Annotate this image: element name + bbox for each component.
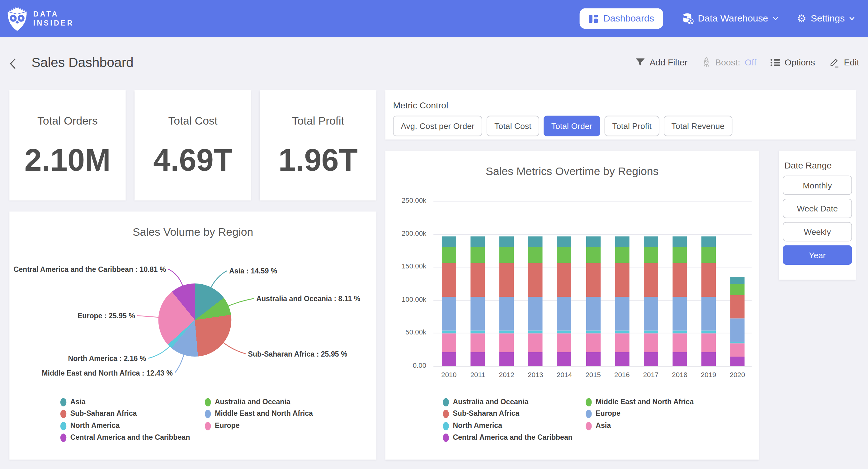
brand-logo[interactable]: DATA INSIDER <box>0 6 74 31</box>
kpi-value: 2.10M <box>25 142 111 178</box>
date-option-monthly[interactable]: Monthly <box>783 176 852 195</box>
legend-dot <box>60 434 67 442</box>
bar-segment-2020 <box>730 284 744 295</box>
pie-leader-line <box>168 269 183 287</box>
bar-segment-2017 <box>644 333 658 352</box>
date-option-year[interactable]: Year <box>783 245 852 265</box>
legend-item-north-america[interactable]: North America <box>70 421 120 430</box>
bar-segment-2010 <box>442 330 456 333</box>
back-button[interactable] <box>9 58 17 70</box>
gridline <box>433 234 751 235</box>
legend-item-asia[interactable]: Asia <box>70 398 86 406</box>
bar-segment-2013 <box>528 237 542 247</box>
bar-segment-2018 <box>673 330 687 333</box>
bar-segment-2019 <box>702 237 716 247</box>
bar-segment-2016 <box>615 263 629 297</box>
date-range-panel: Date Range MonthlyWeek DateWeeklyYear <box>779 151 856 280</box>
pie-leader-line <box>210 271 227 289</box>
bar-segment-2020 <box>730 344 744 357</box>
x-axis-tick: 2012 <box>492 371 521 379</box>
bar-segment-2014 <box>557 333 571 352</box>
bar-segment-2017 <box>644 297 658 330</box>
bar-segment-2017 <box>644 352 658 366</box>
x-axis-tick: 2011 <box>463 371 492 379</box>
x-axis-tick: 2015 <box>579 371 608 379</box>
bar-segment-2013 <box>528 263 542 297</box>
boost-toggle[interactable]: Boost: Off <box>702 57 756 68</box>
add-filter-button[interactable]: Add Filter <box>636 58 687 67</box>
nav-dashboards-label: Dashboards <box>603 13 654 24</box>
y-axis-tick: 100.00k <box>393 296 426 303</box>
legend-item-central-america-and-the-caribbean[interactable]: Central America and the Caribbean <box>70 433 190 442</box>
bar-segment-2011 <box>471 297 485 330</box>
bar-segment-2015 <box>586 333 600 352</box>
edit-pencil-icon <box>829 58 839 67</box>
x-axis-tick: 2014 <box>550 371 579 379</box>
bar-segment-2015 <box>586 352 600 366</box>
date-option-week-date[interactable]: Week Date <box>783 199 852 218</box>
bar-segment-2010 <box>442 247 456 263</box>
bar-segment-2019 <box>702 247 716 263</box>
legend-item-europe[interactable]: Europe <box>215 421 240 430</box>
bar-segment-2013 <box>528 247 542 263</box>
x-axis-tick: 2017 <box>637 371 665 379</box>
kpi-card-total-orders: Total Orders 2.10M <box>9 90 125 201</box>
pie-leader-line <box>222 342 246 354</box>
legend-item-europe[interactable]: Europe <box>596 410 620 418</box>
legend-item-sub-saharan-africa[interactable]: Sub-Saharan Africa <box>70 410 137 418</box>
metric-option-total-cost[interactable]: Total Cost <box>487 116 539 137</box>
pie-leader-line <box>149 345 171 358</box>
nav-data-warehouse[interactable]: Data Warehouse <box>682 13 778 24</box>
brand-name: DATA INSIDER <box>33 10 74 27</box>
nav-settings[interactable]: ⚙ Settings <box>797 13 855 24</box>
bar-segment-2015 <box>586 237 600 247</box>
legend-dot <box>443 422 449 430</box>
x-axis-tick: 2016 <box>608 371 637 379</box>
legend-dot <box>586 398 592 406</box>
bar-segment-2019 <box>702 263 716 297</box>
pie-slice-label: Sub-Saharan Africa : 25.95 % <box>248 350 347 358</box>
bar-segment-2015 <box>586 247 600 263</box>
x-axis-tick: 2010 <box>435 371 463 379</box>
x-axis-tick: 2018 <box>665 371 694 379</box>
metric-option-total-order[interactable]: Total Order <box>544 116 600 137</box>
x-axis-tick: 2013 <box>521 371 550 379</box>
nav-data-warehouse-label: Data Warehouse <box>698 13 768 24</box>
owl-logo-icon <box>6 6 28 31</box>
bar-segment-2018 <box>673 237 687 247</box>
legend-dot <box>60 398 67 406</box>
add-filter-label: Add Filter <box>649 58 687 67</box>
legend-item-australia-and-oceania[interactable]: Australia and Oceania <box>215 398 290 406</box>
legend-dot <box>60 422 67 430</box>
bar-segment-2010 <box>442 237 456 247</box>
nav-dashboards[interactable]: Dashboards <box>579 8 663 29</box>
legend-item-sub-saharan-africa[interactable]: Sub-Saharan Africa <box>453 410 519 418</box>
options-list-icon <box>771 59 780 66</box>
bar-segment-2010 <box>442 297 456 330</box>
bar-segment-2011 <box>471 352 485 366</box>
options-button[interactable]: Options <box>771 58 815 67</box>
edit-button[interactable]: Edit <box>829 58 859 67</box>
pie-chart <box>158 284 231 357</box>
legend-dot <box>586 422 592 430</box>
bar-segment-2019 <box>702 352 716 366</box>
kpi-card-total-profit: Total Profit 1.96T <box>260 90 376 201</box>
bar-segment-2019 <box>702 330 716 333</box>
metric-option-avg-cost-per-order[interactable]: Avg. Cost per Order <box>393 116 482 137</box>
legend-item-asia[interactable]: Asia <box>596 421 611 430</box>
kpi-card-total-cost: Total Cost 4.69T <box>134 90 251 201</box>
legend-item-australia-and-oceania[interactable]: Australia and Oceania <box>453 398 528 406</box>
metric-option-total-profit[interactable]: Total Profit <box>604 116 659 137</box>
pie-slice-label: North America : 2.16 % <box>68 354 146 363</box>
date-option-weekly[interactable]: Weekly <box>783 222 852 241</box>
legend-item-middle-east-and-north-africa[interactable]: Middle East and North Africa <box>596 398 694 406</box>
y-axis-tick: 150.00k <box>393 263 426 270</box>
bar-segment-2020 <box>730 356 744 366</box>
metric-option-total-revenue[interactable]: Total Revenue <box>664 116 732 137</box>
legend-item-central-america-and-the-caribbean[interactable]: Central America and the Caribbean <box>453 433 572 442</box>
legend-item-middle-east-and-north-africa[interactable]: Middle East and North Africa <box>215 410 313 418</box>
bar-segment-2017 <box>644 330 658 333</box>
legend-item-north-america[interactable]: North America <box>453 421 502 430</box>
bar-segment-2013 <box>528 352 542 366</box>
database-icon <box>682 13 693 24</box>
